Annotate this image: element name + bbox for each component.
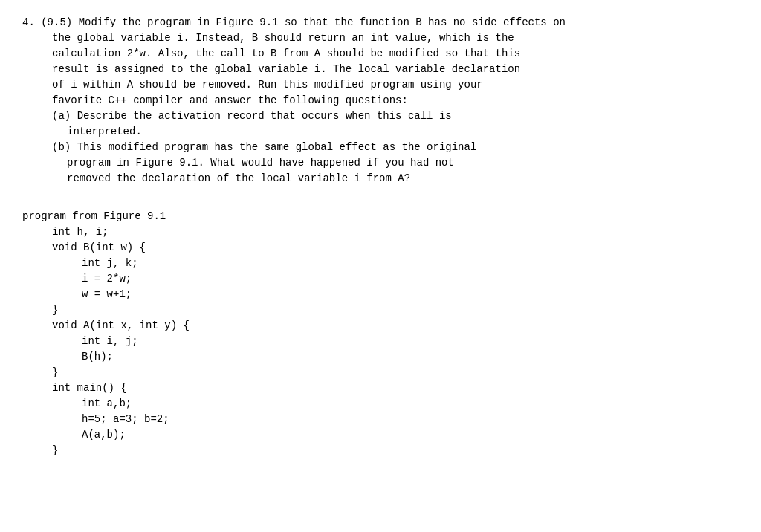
- question-line-2: calculation 2*w. Also, the call to B fro…: [22, 46, 736, 62]
- prog-line-6: void A(int x, int y) {: [22, 318, 736, 334]
- question-line-4: of i within A should be removed. Run thi…: [22, 77, 736, 93]
- prog-line-13: A(a,b);: [22, 427, 736, 443]
- program-section: program from Figure 9.1 int h, i; void B…: [22, 209, 736, 458]
- prog-line-11: int a,b;: [22, 396, 736, 412]
- prog-line-7: int i, j;: [22, 334, 736, 349]
- prog-line-1: void B(int w) {: [22, 240, 736, 256]
- question-line-3: result is assigned to the global variabl…: [22, 62, 736, 77]
- prog-line-10: int main() {: [22, 380, 736, 396]
- prog-line-8: B(h);: [22, 349, 736, 365]
- question-line-0: Modify the program in Figure 9.1 so that…: [79, 16, 566, 28]
- question-line-1: the global variable i. Instead, B should…: [22, 30, 736, 46]
- question-number: 4.: [22, 16, 35, 28]
- sub-a-cont: interpreted.: [22, 124, 736, 140]
- prog-line-5: }: [22, 302, 736, 318]
- question-first-line: 4. (9.5) Modify the program in Figure 9.…: [22, 15, 736, 30]
- program-header: program from Figure 9.1: [22, 209, 736, 224]
- sub-b-line1: (b) This modified program has the same g…: [22, 140, 736, 155]
- sub-b-cont2: removed the declaration of the local var…: [22, 171, 736, 186]
- prog-line-4: w = w+1;: [22, 287, 736, 302]
- sub-b-label: (b): [52, 141, 71, 153]
- question-block: 4. (9.5) Modify the program in Figure 9.…: [22, 15, 736, 186]
- question-score: (9.5): [41, 16, 72, 28]
- page-content: 4. (9.5) Modify the program in Figure 9.…: [22, 15, 736, 458]
- prog-line-12: h=5; a=3; b=2;: [22, 412, 736, 427]
- sub-b-cont1: program in Figure 9.1. What would have h…: [22, 155, 736, 171]
- sub-b-text: This modified program has the same globa…: [77, 141, 477, 153]
- question-line-5: favorite C++ compiler and answer the fol…: [22, 93, 736, 108]
- sub-a-text: Describe the activation record that occu…: [77, 110, 452, 122]
- prog-line-0: int h, i;: [22, 224, 736, 240]
- sub-a-line1: (a) Describe the activation record that …: [22, 108, 736, 124]
- prog-line-2: int j, k;: [22, 256, 736, 271]
- sub-a-label: (a): [52, 110, 71, 122]
- prog-line-3: i = 2*w;: [22, 271, 736, 287]
- prog-line-14: }: [22, 443, 736, 458]
- prog-line-9: }: [22, 365, 736, 380]
